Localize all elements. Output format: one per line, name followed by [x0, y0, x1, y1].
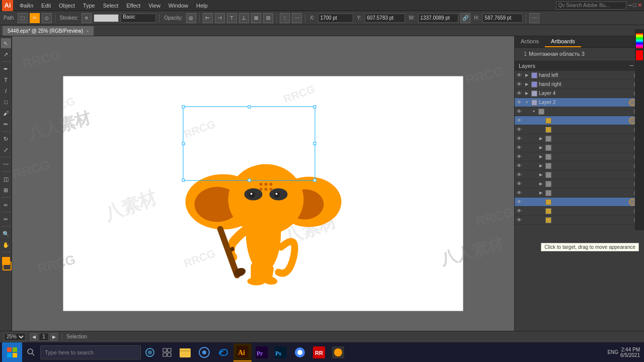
y-input[interactable]	[365, 14, 405, 23]
distribute-h[interactable]: ⋮	[280, 13, 290, 23]
menu-type[interactable]: Type	[79, 2, 99, 10]
layer-visibility-btn[interactable]: 👁	[515, 216, 524, 225]
tool-icon-2[interactable]: ✏	[30, 13, 40, 23]
taskbar-search-icon[interactable]	[23, 344, 39, 360]
red-swatch[interactable]	[636, 50, 643, 60]
menu-file[interactable]: Файл	[16, 2, 37, 10]
h-input[interactable]	[482, 14, 523, 23]
layer-visibility-btn[interactable]: 👁	[515, 143, 524, 152]
scale-tool[interactable]: ⤢	[1, 145, 11, 155]
layer-visibility-btn[interactable]: 👁	[515, 116, 524, 125]
taskbar-lang[interactable]: ENG	[607, 349, 618, 355]
prev-page-btn[interactable]: ◀	[30, 333, 38, 341]
taskbar-app-ps[interactable]: Ps	[272, 343, 290, 361]
layer-expand-btn[interactable]	[538, 125, 544, 134]
stroke-icon[interactable]: ≡	[82, 13, 92, 23]
more-options[interactable]: ⋯	[529, 13, 539, 23]
layer-item[interactable]: 👁	[515, 116, 644, 125]
menu-edit[interactable]: Edit	[38, 2, 54, 10]
stroke-color-tool[interactable]	[3, 261, 12, 270]
taskbar-cortana[interactable]	[142, 344, 158, 360]
layer-item[interactable]: 👁 ▶	[515, 143, 644, 152]
layer-expand-btn[interactable]: ▾	[531, 107, 537, 116]
zoom-tool[interactable]: 🔍	[1, 229, 11, 239]
tab-close-btn[interactable]: ×	[86, 29, 89, 34]
layer-expand-btn[interactable]	[538, 116, 544, 125]
taskbar-app-edge[interactable]	[214, 343, 232, 361]
search-bar[interactable]: Qv Search Adobe Illu...	[556, 2, 626, 10]
color-gradient-strip[interactable]	[636, 33, 643, 48]
layer-expand-btn[interactable]: ▶	[538, 134, 544, 143]
layers-minimize[interactable]: ─	[629, 62, 633, 69]
layer-expand-btn[interactable]	[538, 207, 544, 216]
layer-visibility-btn[interactable]: 👁	[515, 89, 524, 98]
layer-item[interactable]: 👁 ▶ hand right	[515, 80, 644, 89]
taskbar-clock[interactable]: 2:44 PM 6/5/2021	[620, 347, 640, 358]
close-btn[interactable]: ✕	[637, 2, 642, 9]
tool-icon-3[interactable]: ◇	[42, 13, 52, 23]
next-page-btn[interactable]: ▶	[50, 333, 58, 341]
layer-expand-btn[interactable]: ▶	[538, 170, 544, 179]
layer-visibility-btn[interactable]: 👁	[515, 161, 524, 170]
align-right[interactable]: ⊤	[227, 13, 237, 23]
taskbar-app-explorer[interactable]	[176, 343, 194, 361]
layer-item[interactable]: 👁 ▶ hand left	[515, 71, 644, 80]
layer-visibility-btn[interactable]: 👁	[515, 80, 524, 89]
layer-expand-btn[interactable]: ▶	[524, 89, 530, 98]
taskbar-app-extra2[interactable]	[329, 343, 347, 361]
layer-item[interactable]: 👁 ▶	[515, 134, 644, 143]
menu-select[interactable]: Select	[100, 2, 122, 10]
align-center-v[interactable]: ⊞	[251, 13, 261, 23]
layer-expand-btn[interactable]	[538, 198, 544, 207]
direct-select-tool[interactable]: ↗	[1, 49, 11, 59]
layer-visibility-btn[interactable]: 👁	[515, 152, 524, 161]
layer-visibility-btn[interactable]: 👁	[515, 125, 524, 134]
layer-visibility-btn[interactable]: 👁	[515, 98, 524, 107]
pen-tool[interactable]: ✒	[1, 64, 11, 74]
layer-item[interactable]: 👁	[515, 207, 644, 216]
layer-item[interactable]: 👁 ▾	[515, 107, 644, 116]
layer-expand-btn[interactable]: ▶	[538, 179, 544, 189]
minimize-btn[interactable]: ─	[628, 2, 632, 9]
layer-item[interactable]: 👁 ▶ Layer 4	[515, 89, 644, 98]
align-center-h[interactable]: ⊣	[215, 13, 225, 23]
taskbar-task-view[interactable]	[159, 344, 175, 360]
layer-item[interactable]: 👁	[515, 198, 644, 207]
menu-object[interactable]: Object	[55, 2, 78, 10]
taskbar-app-ai[interactable]: Ai	[233, 343, 252, 361]
taskbar-app-premiere[interactable]: Pr	[253, 343, 271, 361]
canvas-area[interactable]: RRCG RRCG 八素材 八素材 RRCG RRCG	[12, 36, 514, 351]
blend-tool[interactable]: ∞	[1, 200, 11, 210]
menu-view[interactable]: View	[145, 2, 164, 10]
layer-expand-btn[interactable]: ▶	[538, 143, 544, 152]
taskbar-start[interactable]	[2, 342, 22, 363]
opacity-icon[interactable]: ◎	[186, 13, 196, 23]
layers-content[interactable]: 👁 ▶ hand left 👁 ▶ hand right 👁	[515, 71, 644, 340]
stroke-color[interactable]	[94, 14, 119, 22]
layer-expand-btn[interactable]: ▶	[538, 189, 544, 198]
layer-item[interactable]: 👁	[515, 125, 644, 134]
layer-item[interactable]: 👁 ▶	[515, 189, 644, 198]
layer-visibility-btn[interactable]: 👁	[515, 107, 524, 116]
layer-item[interactable]: 👁 ▶	[515, 179, 644, 189]
layer-visibility-btn[interactable]: 👁	[515, 134, 524, 143]
distribute-v[interactable]: ⋯	[292, 13, 302, 23]
page-input[interactable]	[39, 333, 49, 341]
layer-item[interactable]: 👁	[515, 216, 644, 225]
scissors-tool[interactable]: ✂	[1, 214, 11, 224]
layer-item[interactable]: 👁 ▶	[515, 161, 644, 170]
zoom-select[interactable]: 25%	[4, 333, 26, 341]
layer-visibility-btn[interactable]: 👁	[515, 170, 524, 179]
align-left[interactable]: ⊢	[203, 13, 213, 23]
layer-visibility-btn[interactable]: 👁	[515, 198, 524, 207]
stroke-type-dropdown[interactable]: Basic	[121, 14, 156, 23]
line-tool[interactable]: /	[1, 86, 11, 96]
lock-aspect[interactable]: 🔗	[460, 13, 470, 23]
select-tool[interactable]: ↖	[1, 38, 11, 48]
pencil-tool[interactable]: ✏	[1, 119, 11, 129]
menu-help[interactable]: Help	[193, 2, 211, 10]
layer-item[interactable]: 👁 ▾ Layer 2	[515, 98, 644, 107]
layer-item[interactable]: 👁 ▶	[515, 170, 644, 179]
taskbar-search-box[interactable]: Type here to search	[40, 345, 141, 359]
tab-actions[interactable]: Actions	[515, 36, 545, 47]
